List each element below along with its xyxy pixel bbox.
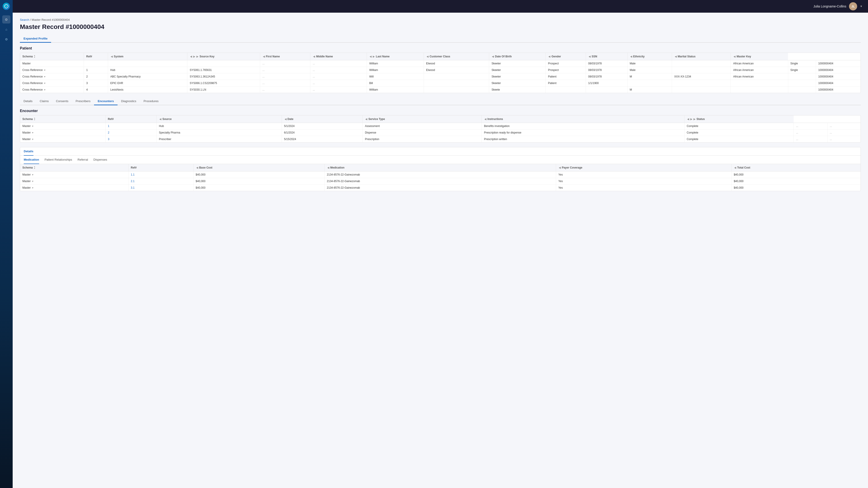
patient-middle-name-cell: Elwood: [424, 67, 489, 73]
schema-chevron-icon[interactable]: ▼: [43, 89, 46, 91]
detail-tab-medication[interactable]: Medication: [24, 156, 39, 164]
med-schema-sort[interactable]: Schema ▲▼: [22, 166, 35, 169]
medication-table: Schema ▲▼ Ref# ◀ Base Cost ◀ Medication: [20, 164, 861, 191]
first-name-nav-left[interactable]: ◀: [262, 55, 265, 58]
schema-chevron-icon[interactable]: ▼: [43, 69, 46, 71]
med-medication-cell: 2134-8576-22-Gainezomab: [324, 185, 556, 191]
patient-gender-cell: [627, 80, 672, 87]
main-content: Search / Master Record #1000000404 Maste…: [13, 13, 868, 488]
med-total-nav-left[interactable]: ◀: [734, 166, 737, 169]
schema-sort[interactable]: Schema ▲▼: [22, 55, 35, 58]
patient-table-row: Cross Reference ▼ 2 ABC Specialty Pharma…: [20, 73, 861, 80]
details-tab-header: Details: [20, 147, 861, 156]
patient-middle-name-cell: [424, 73, 489, 80]
med-schema-cell: Master ▼: [20, 178, 128, 185]
patient-first-name-cell: William: [367, 60, 424, 67]
med-schema-chevron-icon[interactable]: ▼: [32, 180, 34, 183]
ethnicity-nav-left[interactable]: ◀: [630, 55, 632, 58]
enc-status-nav-left[interactable]: ◀: [687, 118, 689, 121]
tab-diagnostics[interactable]: Diagnostics: [118, 98, 140, 105]
tab-prescribers[interactable]: Prescribers: [72, 98, 94, 105]
patient-middle-name-cell: [424, 87, 489, 93]
enc-ref-cell: 3: [105, 136, 156, 142]
patient-middle-name-cell: [424, 80, 489, 87]
detail-tab-patient-relationships[interactable]: Patient Relationships: [44, 156, 72, 164]
encounter-table-row: Master ▼ 1 Hub 5/1/2024 Assessment Benef…: [20, 123, 861, 129]
marital-nav-left[interactable]: ◀: [674, 55, 677, 58]
patient-customer-class-cell: Prospect: [546, 60, 586, 67]
enc-date-nav-left[interactable]: ◀: [284, 118, 287, 121]
med-ref-cell: 3.1: [128, 185, 193, 191]
patient-ref-cell: 2: [84, 73, 108, 80]
detail-tab-referral[interactable]: Referral: [78, 156, 88, 164]
enc-status-cell: Complete: [684, 129, 794, 136]
med-schema-chevron-icon[interactable]: ▼: [32, 187, 34, 189]
tab-consents[interactable]: Consents: [52, 98, 72, 105]
user-menu-chevron-icon[interactable]: ▼: [860, 5, 863, 8]
system-nav-left[interactable]: ◀: [110, 55, 113, 58]
middle-name-nav-left[interactable]: ◀: [313, 55, 315, 58]
enc-source-cell: Hub: [157, 123, 282, 129]
patient-schema-cell: Cross Reference ▼: [20, 80, 84, 87]
sidebar-search-icon[interactable]: ⊙: [2, 15, 10, 24]
enc-schema-chevron-icon[interactable]: ▼: [32, 125, 34, 127]
avatar[interactable]: JL: [849, 2, 857, 10]
enc-source-nav-left[interactable]: ◀: [159, 118, 162, 121]
sidebar-settings-icon[interactable]: ⚙: [2, 35, 10, 43]
enc-status-nav-right[interactable]: ▶: [690, 118, 692, 121]
med-base-cost-nav-left[interactable]: ◀: [196, 166, 198, 169]
encounter-table-row: Master ▼ 2 Specialty Pharma 6/1/2024 Dis…: [20, 129, 861, 136]
sub-tab-details[interactable]: Details: [24, 147, 33, 156]
enc-ellipsis1-cell: ...: [794, 129, 827, 136]
med-schema-chevron-icon[interactable]: ▼: [32, 173, 34, 176]
patient-ellipsis1-cell: ...: [260, 67, 310, 73]
source-key-nav-left[interactable]: ◀: [190, 55, 192, 58]
enc-schema-chevron-icon[interactable]: ▼: [32, 138, 34, 140]
details-sub-area: Details Medication Patient Relationships…: [20, 147, 861, 191]
patient-ssn-cell: [672, 87, 731, 93]
enc-service-nav-left[interactable]: ◀: [365, 118, 368, 121]
enc-status-nav-right2[interactable]: ▶: [693, 118, 696, 121]
patient-source-key-cell: [187, 60, 260, 67]
patient-ellipsis2-cell: ...: [310, 87, 367, 93]
source-key-nav-right2[interactable]: ▶: [196, 55, 199, 58]
enc-ellipsis1-cell: ...: [794, 136, 827, 142]
med-medication-nav-left[interactable]: ◀: [327, 166, 330, 169]
enc-schema-chevron-icon[interactable]: ▼: [32, 131, 34, 134]
master-key-nav-left[interactable]: ◀: [733, 55, 736, 58]
schema-chevron-icon[interactable]: ▼: [43, 75, 46, 78]
enc-source-cell: Specialty Pharma: [157, 129, 282, 136]
breadcrumb-search-link[interactable]: Search: [20, 18, 29, 22]
med-payer-nav-left[interactable]: ◀: [558, 166, 561, 169]
tab-procedures[interactable]: Procedures: [140, 98, 162, 105]
enc-instructions-nav-left[interactable]: ◀: [484, 118, 487, 121]
customer-class-nav-left[interactable]: ◀: [426, 55, 429, 58]
detail-tab-dispenses[interactable]: Dispenses: [93, 156, 107, 164]
last-name-nav-left[interactable]: ◀: [369, 55, 372, 58]
user-menu[interactable]: Julia Longname-Collins JL ▼: [813, 2, 863, 10]
encounter-table-header: Schema ▲▼ Ref# ◀ Source ◀ Date ◀ Servic: [20, 116, 861, 123]
tab-details[interactable]: Details: [20, 98, 36, 105]
schema-chevron-icon[interactable]: ▼: [43, 82, 46, 85]
patient-table-row: Cross Reference ▼ 3 EPIC EHR SYS066.1.CS…: [20, 80, 861, 87]
user-name-label: Julia Longname-Collins: [813, 4, 846, 8]
tab-expanded-profile[interactable]: Expanded Profile: [20, 35, 51, 43]
patient-last-name-cell: Skeete: [489, 87, 546, 93]
col-marital-status: ◀ Marital Status: [672, 53, 731, 60]
last-name-nav-right[interactable]: ▶: [372, 55, 375, 58]
tab-claims[interactable]: Claims: [36, 98, 53, 105]
gender-nav-left[interactable]: ◀: [548, 55, 551, 58]
patient-ssn-cell: [672, 80, 731, 87]
tab-encounters[interactable]: Encounters: [94, 98, 118, 105]
ssn-nav-left[interactable]: ◀: [588, 55, 591, 58]
enc-schema-sort[interactable]: Schema ▲▼: [22, 117, 35, 121]
app-logo: [3, 3, 10, 10]
dob-nav-left[interactable]: ◀: [491, 55, 494, 58]
enc-col-ref: Ref#: [105, 116, 156, 123]
encounter-table-body: Master ▼ 1 Hub 5/1/2024 Assessment Benef…: [20, 123, 861, 142]
patient-customer-class-cell: Prospect: [546, 67, 586, 73]
patient-marital-status-cell: Single: [788, 67, 816, 73]
source-key-nav-right[interactable]: ▶: [193, 55, 195, 58]
sidebar-home-icon[interactable]: ⌂: [2, 25, 10, 33]
enc-instructions-cell: Prescription written: [482, 136, 684, 142]
